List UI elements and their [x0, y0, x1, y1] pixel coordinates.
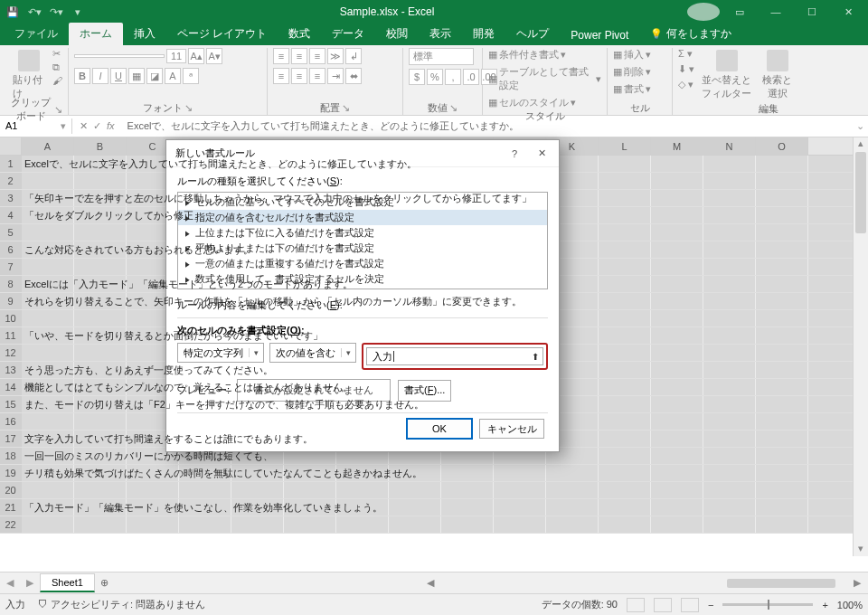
- row-header[interactable]: 2: [0, 173, 22, 189]
- cell[interactable]: [703, 241, 756, 258]
- row-header[interactable]: 17: [0, 430, 22, 447]
- rule-operator-combo[interactable]: 次の値を含む▾: [269, 343, 356, 363]
- cell[interactable]: [703, 430, 756, 447]
- cell[interactable]: 「いや、モードを切り替えるとか面倒だから今のままでいいです」: [22, 327, 74, 344]
- rule-type-item[interactable]: 指定の値を含むセルだけを書式設定: [178, 210, 547, 225]
- rule-type-item[interactable]: 上位または下位に入る値だけを書式設定: [178, 225, 547, 241]
- cell[interactable]: Excelで、セルに文字を入力していて打ち間違えたとき、どのように修正しています…: [22, 156, 74, 172]
- zoom-out-icon[interactable]: −: [708, 600, 713, 610]
- cell[interactable]: [599, 396, 651, 412]
- cell[interactable]: チリ積も効果で気づけばたくさんの時間を無駄にしていたなんてことも起きかねません。: [22, 465, 74, 481]
- cell[interactable]: それらを切り替えることで、矢印キーの作動を「セルの移動」から「セル内のカーソル移…: [22, 293, 74, 309]
- find-select-button[interactable]: 検索と 選択: [759, 48, 796, 102]
- cell[interactable]: [651, 259, 703, 275]
- row-header[interactable]: 1: [0, 156, 22, 172]
- row-header[interactable]: 4: [0, 207, 22, 223]
- cell[interactable]: [651, 276, 703, 292]
- cell[interactable]: 機能としてはとてもシンプルなので、覚えることはほとんどありません。: [22, 379, 74, 395]
- tab-formulas[interactable]: 数式: [278, 23, 321, 45]
- cell[interactable]: [74, 259, 127, 275]
- sheet-nav-prev-icon[interactable]: ◀: [0, 577, 20, 589]
- cell[interactable]: [756, 190, 808, 206]
- cell[interactable]: [756, 293, 808, 309]
- redo-icon[interactable]: ↷▾: [47, 3, 65, 21]
- column-header[interactable]: L: [599, 137, 651, 155]
- cell[interactable]: [74, 482, 127, 498]
- cell[interactable]: [703, 413, 756, 430]
- dialog-close-icon[interactable]: ✕: [528, 143, 555, 165]
- rule-value-input[interactable]: 入力 ⬆: [366, 347, 543, 365]
- row-header[interactable]: 11: [0, 327, 22, 344]
- cancel-entry-icon[interactable]: ✕: [80, 120, 88, 132]
- cell[interactable]: [651, 156, 703, 172]
- cell[interactable]: [756, 482, 808, 498]
- view-page-layout-icon[interactable]: [654, 598, 672, 612]
- tell-me[interactable]: 何をしますか: [639, 23, 742, 45]
- cell[interactable]: [599, 345, 651, 361]
- inc-decimal-icon[interactable]: .0: [463, 69, 479, 85]
- row-header[interactable]: 7: [0, 259, 22, 275]
- cancel-button[interactable]: キャンセル: [479, 419, 544, 439]
- cell[interactable]: [756, 430, 808, 447]
- cell[interactable]: [22, 173, 74, 189]
- tab-review[interactable]: 校閲: [375, 23, 419, 45]
- cell[interactable]: [651, 190, 703, 206]
- cell[interactable]: [756, 276, 808, 292]
- cell[interactable]: [284, 482, 336, 498]
- view-normal-icon[interactable]: [627, 598, 645, 612]
- row-header[interactable]: 3: [0, 190, 22, 206]
- row-header[interactable]: 13: [0, 362, 22, 378]
- tab-power-pivot[interactable]: Power Pivot: [560, 25, 639, 45]
- align-launcher-icon[interactable]: ↘: [342, 102, 351, 114]
- merge-icon[interactable]: ⬌: [345, 68, 362, 84]
- qat-more-icon[interactable]: ▾: [69, 3, 87, 21]
- cell[interactable]: [599, 207, 651, 223]
- cell[interactable]: [599, 224, 651, 241]
- fill-icon[interactable]: ⬇ ▾: [678, 63, 694, 75]
- cell[interactable]: [651, 224, 703, 241]
- row-header[interactable]: 5: [0, 224, 22, 241]
- cell[interactable]: [22, 224, 74, 241]
- cell[interactable]: [546, 482, 599, 498]
- tab-view[interactable]: 表示: [419, 23, 462, 45]
- column-header[interactable]: O: [756, 137, 808, 155]
- cell[interactable]: [231, 516, 284, 533]
- cell[interactable]: [546, 499, 599, 516]
- cell[interactable]: 「入力モード」「編集モード」を使いこなし、作業を効率化していきましょう。: [22, 499, 74, 516]
- cell[interactable]: [651, 327, 703, 344]
- formula-bar[interactable]: Excelで、セルに文字を入力していて打ち間違えたとき、どのように修正しています…: [122, 118, 853, 135]
- cell[interactable]: [22, 259, 74, 275]
- maximize-icon[interactable]: ☐: [796, 3, 828, 21]
- cell[interactable]: [703, 396, 756, 412]
- cell[interactable]: [703, 345, 756, 361]
- cell[interactable]: [599, 259, 651, 275]
- vertical-scroll-thumb[interactable]: [855, 152, 866, 233]
- cell[interactable]: [756, 207, 808, 223]
- fill-color-icon[interactable]: ◪: [146, 68, 163, 84]
- cell[interactable]: [599, 413, 651, 430]
- cell[interactable]: [336, 516, 389, 533]
- ok-button[interactable]: OK: [407, 419, 472, 439]
- cell[interactable]: [756, 396, 808, 412]
- cell[interactable]: [22, 413, 74, 430]
- cell-styles-button[interactable]: ▦ セルのスタイル ▾: [488, 96, 601, 109]
- cell[interactable]: [756, 327, 808, 344]
- comma-icon[interactable]: ,: [445, 69, 461, 85]
- cell[interactable]: [599, 482, 651, 498]
- select-all-corner[interactable]: [0, 137, 22, 155]
- expand-formula-bar-icon[interactable]: ⌄: [853, 120, 868, 132]
- cell[interactable]: 一回一回のミスのリカバリーにかかる時間は短くても、: [22, 448, 74, 464]
- cell[interactable]: [756, 345, 808, 361]
- fx-icon[interactable]: fx: [107, 120, 115, 132]
- cell[interactable]: [703, 379, 756, 395]
- cell[interactable]: [756, 465, 808, 481]
- zoom-slider[interactable]: [722, 603, 813, 606]
- cell[interactable]: [599, 293, 651, 309]
- cell[interactable]: [74, 224, 127, 241]
- row-header[interactable]: 6: [0, 241, 22, 258]
- autosave-icon[interactable]: 💾: [4, 3, 22, 21]
- clipboard-launcher-icon[interactable]: ↘: [54, 104, 62, 116]
- row-header[interactable]: 10: [0, 310, 22, 326]
- cell[interactable]: [651, 396, 703, 412]
- row-header[interactable]: 12: [0, 345, 22, 361]
